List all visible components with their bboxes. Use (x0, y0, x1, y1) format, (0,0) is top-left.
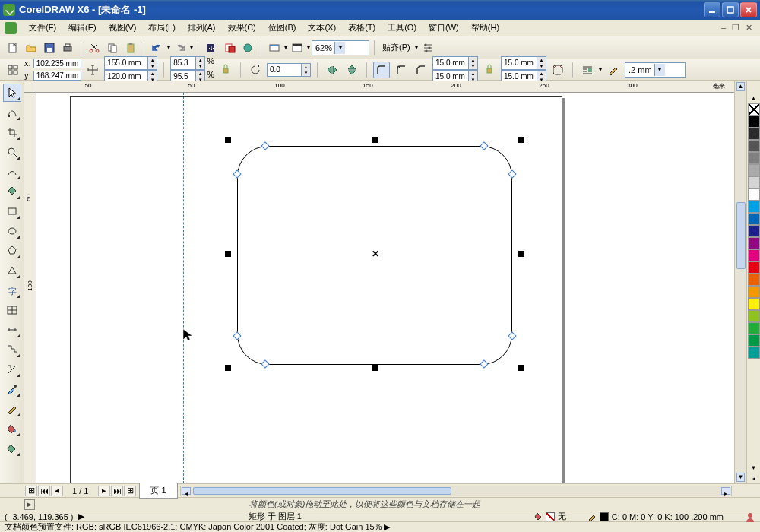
chevron-down-icon[interactable]: ▾ (334, 42, 345, 54)
options-button[interactable] (420, 40, 436, 56)
selection-center-icon[interactable]: ✕ (372, 249, 379, 259)
next-page-button[interactable]: ▸ (98, 486, 110, 496)
selection-handle-tr[interactable] (518, 137, 524, 143)
copy-button[interactable] (104, 40, 121, 56)
selection-handle-mr[interactable] (518, 251, 524, 257)
outline-width-combo[interactable]: .2 mm▾ (625, 62, 686, 78)
menu-table[interactable]: 表格(T) (342, 21, 382, 35)
user-icon[interactable] (745, 511, 755, 522)
menu-edit[interactable]: 编辑(E) (62, 21, 103, 35)
corner1a-field[interactable]: 15.0 mm (432, 56, 469, 70)
menu-arrange[interactable]: 排列(A) (182, 21, 222, 35)
width-spinner[interactable]: ▲▼ (148, 56, 157, 70)
horizontal-scrollbar[interactable]: ◂ ▸ (180, 486, 732, 496)
corner-round-button[interactable] (373, 62, 390, 78)
page-tab[interactable]: 页 1 (139, 483, 177, 499)
scalex-spinner[interactable]: ▲▼ (196, 56, 205, 70)
color-swatch[interactable] (748, 201, 760, 213)
mdi-minimize-icon[interactable]: – (721, 23, 726, 33)
color-swatch[interactable] (748, 261, 760, 274)
fill-tool[interactable] (3, 420, 21, 438)
corner-chamfer-button[interactable] (413, 62, 429, 78)
dock-play-icon[interactable]: ▸ (24, 499, 35, 510)
color-swatch[interactable] (748, 225, 760, 237)
lock-ratio-button[interactable] (217, 62, 234, 78)
fill-swatch[interactable] (546, 512, 555, 521)
freehand-tool[interactable] (3, 163, 21, 181)
corner-lock-button[interactable] (481, 62, 498, 78)
selection-handle-br[interactable] (518, 365, 524, 371)
palette-up-button[interactable]: ▲ (747, 93, 760, 103)
color-swatch[interactable] (748, 298, 760, 310)
color-swatch[interactable] (748, 140, 760, 152)
drawing-canvas[interactable]: ✕ (36, 93, 734, 483)
publish-button[interactable] (239, 40, 256, 56)
wrap-dropdown-icon[interactable]: ▾ (599, 67, 602, 73)
undo-button[interactable] (149, 40, 166, 56)
zoom-combo[interactable]: 62%▾ (312, 40, 369, 55)
corner2a-field[interactable]: 15.0 mm (501, 56, 537, 70)
zoom-tool[interactable] (3, 143, 21, 161)
redo-button[interactable] (172, 40, 188, 56)
rotation-spinner[interactable]: ▲▼ (302, 63, 311, 77)
mirror-h-button[interactable] (324, 62, 340, 78)
menu-help[interactable]: 帮助(H) (465, 21, 505, 35)
scroll-left-button[interactable]: ◂ (182, 487, 191, 495)
print-button[interactable] (59, 40, 76, 56)
fill-indicator-icon[interactable] (534, 512, 543, 521)
ruler-origin[interactable] (24, 81, 36, 93)
outline-indicator-icon[interactable] (587, 512, 597, 521)
crop-tool[interactable] (3, 123, 21, 141)
add-page-button[interactable]: ⊞ (25, 486, 37, 496)
mirror-v-button[interactable] (344, 62, 360, 78)
rotation-field[interactable]: 0.0 (267, 63, 302, 77)
selection-handle-bc[interactable] (372, 365, 378, 371)
selection-handle-tl[interactable] (225, 137, 231, 143)
maximize-button[interactable] (722, 2, 739, 17)
open-button[interactable] (23, 40, 40, 56)
color-swatch[interactable] (748, 334, 760, 347)
vertical-scrollbar[interactable]: ▲ ▼ (734, 81, 746, 483)
paste-button[interactable] (122, 40, 139, 56)
shape-tool[interactable] (3, 103, 21, 122)
palette-down-button[interactable]: ▼ (747, 462, 760, 473)
color-swatch[interactable] (748, 213, 760, 225)
import-button[interactable] (203, 40, 220, 56)
palette-flyout-button[interactable]: ◂ (747, 473, 760, 483)
welcome-button[interactable] (289, 40, 306, 56)
scroll-up-button[interactable]: ▲ (736, 82, 745, 91)
mdi-close-icon[interactable]: ✕ (746, 23, 752, 33)
no-color-swatch[interactable] (748, 103, 760, 116)
outline-tool[interactable] (3, 400, 21, 418)
chevron-down-icon[interactable]: ▾ (654, 64, 665, 76)
dock-nocolor-swatch[interactable] (38, 499, 49, 510)
guide-line[interactable] (183, 93, 184, 483)
ellipse-tool[interactable] (3, 222, 21, 240)
snap-dropdown-icon[interactable]: ▾ (415, 45, 418, 51)
basic-shapes-tool[interactable] (3, 261, 21, 280)
menu-tools[interactable]: 工具(O) (382, 21, 423, 35)
rectangle-tool[interactable] (3, 202, 21, 220)
text-tool[interactable]: 字 (3, 281, 21, 299)
close-button[interactable] (740, 2, 757, 17)
scroll-right-button[interactable]: ▸ (721, 487, 730, 495)
color-swatch[interactable] (748, 188, 760, 201)
color-swatch[interactable] (748, 128, 760, 140)
color-swatch[interactable] (748, 286, 760, 298)
wrap-text-button[interactable] (579, 62, 596, 78)
color-swatch[interactable] (748, 322, 760, 334)
launcher-dropdown-icon[interactable]: ▾ (284, 45, 287, 51)
eyedropper-tool[interactable] (3, 380, 21, 398)
x-field[interactable]: 102.235 mm (33, 59, 82, 68)
selection-handle-tc[interactable] (372, 137, 378, 143)
smart-fill-tool[interactable] (3, 182, 21, 201)
color-swatch[interactable] (748, 249, 760, 261)
color-swatch[interactable] (748, 237, 760, 249)
scrollbar-thumb[interactable] (736, 202, 746, 269)
corner2a-spinner[interactable]: ▲▼ (537, 56, 546, 70)
scalex-field[interactable]: 85.3 (170, 56, 196, 70)
mdi-restore-icon[interactable]: ❐ (732, 23, 739, 33)
new-button[interactable] (5, 40, 21, 56)
last-page-button[interactable]: ⏭ (111, 486, 123, 496)
interactive-tool[interactable] (3, 360, 21, 378)
